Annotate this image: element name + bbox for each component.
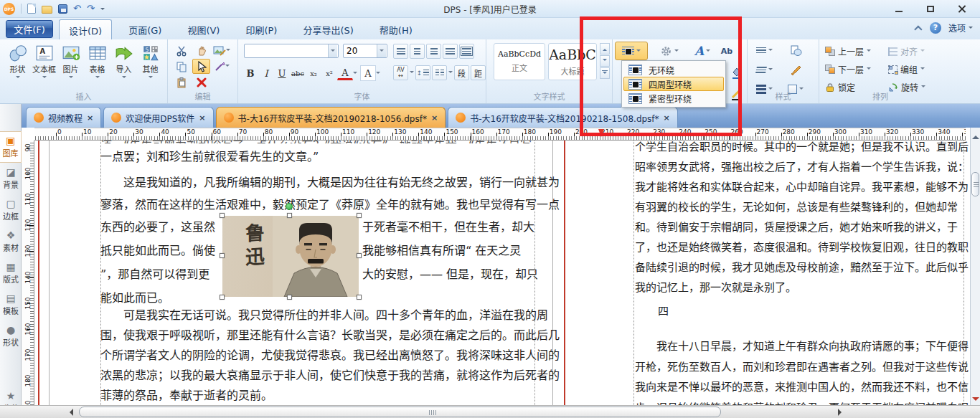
style-gallery-more-button[interactable]	[600, 67, 610, 79]
insert-table-button[interactable]: 表格	[84, 41, 110, 90]
sidebar-item[interactable]: ● 形状	[0, 320, 22, 352]
columns-button[interactable]	[432, 65, 447, 80]
line-color-button[interactable]	[727, 85, 746, 103]
options-button[interactable]: 选项	[948, 22, 973, 34]
collapse-ribbon-icon[interactable]	[914, 25, 922, 33]
document-tab[interactable]: 书-大16开软皮平装-文档20190218-1508.dpsf* ×	[448, 107, 678, 128]
send-backward-button[interactable]: 下一层	[825, 63, 871, 75]
insert-textbox-button[interactable]: A 文本框	[31, 41, 57, 90]
duplicate-style-button[interactable]	[785, 41, 806, 60]
paste-button[interactable]	[172, 75, 190, 90]
combo-dropdown-button[interactable]	[377, 44, 386, 57]
chevron-down-icon[interactable]	[353, 72, 357, 76]
document-image-luxun[interactable]: 鲁迅	[222, 216, 359, 297]
replace-image-button[interactable]	[212, 43, 230, 58]
spacing-style-button[interactable]	[752, 60, 776, 79]
justify-button[interactable]	[443, 44, 458, 59]
highlight-color-button[interactable]: A	[360, 65, 376, 81]
copy-button[interactable]	[172, 59, 190, 74]
wrap-menu-item[interactable]: 四周型环绕	[623, 77, 724, 91]
document-tab[interactable]: 欢迎使用DPS软件 ×	[103, 107, 213, 128]
style-card-title[interactable]: AaBbC 大标题	[548, 43, 597, 80]
wrap-menu-item[interactable]: 紧密型环绕	[623, 91, 724, 105]
text-direction-button[interactable]: Ab	[717, 42, 736, 60]
tab-close-icon[interactable]: ×	[87, 113, 93, 123]
resize-handle-ne[interactable]	[357, 213, 362, 218]
horizontal-scrollbar[interactable]	[0, 405, 980, 418]
tab-close-icon[interactable]: ×	[664, 113, 670, 123]
word-art-button[interactable]: A	[689, 42, 716, 60]
line-spacing-button[interactable]: ↕	[415, 65, 430, 80]
vertical-scrollbar[interactable]	[970, 128, 980, 405]
chevron-down-icon[interactable]	[376, 72, 380, 76]
spacing-settings-button[interactable]: 距	[471, 65, 486, 80]
strikethrough-button[interactable]: abc	[290, 65, 306, 81]
align-left-button[interactable]	[393, 44, 408, 59]
scroll-up-icon[interactable]	[972, 132, 979, 139]
rotate-handle[interactable]	[286, 203, 293, 210]
font-name-input[interactable]	[245, 45, 328, 57]
delete-button[interactable]	[192, 75, 210, 90]
help-icon[interactable]: ?	[930, 22, 941, 34]
pen-tool-button[interactable]	[212, 59, 230, 74]
group-button[interactable]: 编组	[888, 63, 925, 75]
style-scroll-up-button[interactable]	[600, 43, 610, 54]
insert-image-button[interactable]: 图片	[57, 41, 84, 90]
align-right-button[interactable]	[426, 44, 441, 59]
resize-handle-w[interactable]	[220, 253, 225, 258]
select-tool-button[interactable]	[192, 59, 210, 74]
subscript-button[interactable]: x₂	[306, 65, 321, 81]
insert-shape-button[interactable]: 形状	[4, 41, 31, 90]
tab-close-icon[interactable]: ×	[431, 113, 438, 123]
scroll-down-icon[interactable]	[972, 397, 979, 404]
underline-button[interactable]: U	[274, 65, 290, 81]
document-canvas[interactable]: 道，“先生可曾为刘和珍写了一点什么没有？”我说“没有”。她就正告我，“先生还是写…	[34, 141, 970, 405]
resize-handle-nw[interactable]	[220, 213, 225, 218]
sidebar-item[interactable]: ▣ 图库	[0, 131, 22, 163]
sidebar-item[interactable]: ▢ 边框	[0, 194, 22, 226]
superscript-button[interactable]: x²	[321, 65, 337, 81]
pan-hand-button[interactable]	[192, 43, 210, 58]
combo-dropdown-button[interactable]	[328, 44, 337, 57]
resize-handle-n[interactable]	[287, 213, 292, 218]
character-spacing-button[interactable]: AV↔	[393, 65, 408, 80]
wrap-menu-item[interactable]: 无环绕	[623, 62, 724, 77]
ribbon-tab[interactable]: 页面(G)	[119, 19, 171, 39]
scroll-right-icon[interactable]	[838, 409, 845, 416]
align-button[interactable]: 对齐	[888, 45, 925, 57]
chevron-down-icon[interactable]	[448, 71, 453, 75]
ribbon-tab[interactable]: 分享导出(S)	[293, 19, 362, 39]
style-card-body[interactable]: AaBbCcDd 正文	[494, 43, 545, 80]
font-size-combobox[interactable]	[343, 44, 387, 58]
maximize-button[interactable]	[923, 2, 938, 15]
align-center-button[interactable]	[410, 44, 425, 59]
distribute-button[interactable]	[459, 44, 474, 59]
insert-other-button[interactable]: 5 其他	[137, 41, 164, 90]
resize-handle-e[interactable]	[357, 253, 362, 258]
font-color-button[interactable]: A	[337, 67, 353, 80]
ribbon-tab[interactable]: 设计(D)	[59, 19, 112, 39]
close-button[interactable]	[954, 2, 970, 15]
sidebar-item[interactable]: ❖ 素材	[0, 226, 22, 257]
import-button[interactable]: 导入	[110, 41, 137, 90]
style-scroll-down-button[interactable]	[600, 55, 610, 67]
resize-handle-se[interactable]	[357, 295, 362, 300]
cut-button[interactable]	[172, 43, 190, 58]
bold-button[interactable]: B	[242, 65, 258, 81]
horizontal-scrollbar-thumb[interactable]	[79, 407, 721, 417]
format-painter-button[interactable]	[785, 60, 806, 79]
vertical-scrollbar-thumb[interactable]	[971, 172, 979, 196]
text-wrap-button[interactable]	[615, 42, 648, 60]
font-size-input[interactable]	[344, 45, 377, 57]
tab-close-icon[interactable]: ×	[199, 113, 205, 123]
sidebar-item[interactable]: ◪ 背景	[0, 163, 22, 194]
scroll-left-icon[interactable]	[66, 409, 73, 416]
sidebar-item[interactable]: ▦ 版式	[0, 257, 22, 289]
ribbon-tab[interactable]: 帮助(H)	[370, 19, 422, 39]
minimize-button[interactable]	[891, 2, 907, 15]
fill-color-button[interactable]	[727, 63, 746, 82]
document-tab[interactable]: 视频教程 ×	[26, 107, 101, 128]
document-tab[interactable]: 书-大16开软皮平装-文档20190218-1056.dpsf* ×	[216, 107, 446, 128]
effects-button[interactable]	[654, 42, 684, 60]
resize-handle-sw[interactable]	[220, 295, 225, 300]
